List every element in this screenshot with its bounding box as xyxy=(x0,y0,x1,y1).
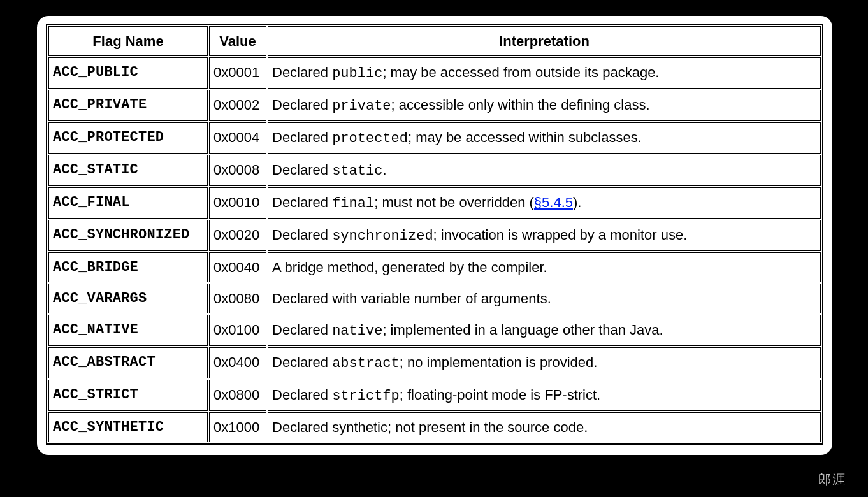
flag-name-cell: ACC_PUBLIC xyxy=(48,57,208,89)
table-row: ACC_BRIDGE0x0040A bridge method, generat… xyxy=(48,252,821,282)
interp-text: A bridge method, generated by the compil… xyxy=(272,259,547,275)
flag-interpretation-cell: Declared strictfp; floating-point mode i… xyxy=(268,380,821,411)
interp-text: Declared with variable number of argumen… xyxy=(272,291,551,306)
table-row: ACC_ABSTRACT0x0400Declared abstract; no … xyxy=(48,347,821,378)
col-header-interp: Interpretation xyxy=(268,26,821,56)
table-row: ACC_PROTECTED0x0004Declared protected; m… xyxy=(48,122,821,154)
flag-value-cell: 0x0100 xyxy=(209,315,266,346)
keyword-code: final xyxy=(332,196,374,212)
keyword-code: public xyxy=(332,66,382,82)
flag-value-cell: 0x0008 xyxy=(209,155,266,186)
flag-name-cell: ACC_NATIVE xyxy=(48,315,208,346)
flag-interpretation-cell: Declared public; may be accessed from ou… xyxy=(268,57,821,89)
table-row: ACC_STATIC0x0008Declared static. xyxy=(48,155,821,186)
flag-name-cell: ACC_PRIVATE xyxy=(48,90,208,121)
table-body: ACC_PUBLIC0x0001Declared public; may be … xyxy=(48,57,821,442)
table-row: ACC_STRICT0x0800Declared strictfp; float… xyxy=(48,380,821,411)
table-row: ACC_VARARGS0x0080Declared with variable … xyxy=(48,284,821,313)
flag-interpretation-cell: Declared synchronized; invocation is wra… xyxy=(268,220,821,251)
flag-name-cell: ACC_ABSTRACT xyxy=(48,347,208,378)
flag-name-cell: ACC_STATIC xyxy=(48,155,208,186)
interp-text: ; no implementation is provided. xyxy=(400,354,598,370)
table-row: ACC_FINAL0x0010Declared final; must not … xyxy=(48,187,821,219)
keyword-code: synchronized xyxy=(332,228,433,244)
col-header-flag: Flag Name xyxy=(48,26,208,56)
interp-text: ; implemented in a language other than J… xyxy=(382,322,663,338)
flag-value-cell: 0x0080 xyxy=(209,284,266,313)
watermark: 郎涯 xyxy=(818,471,846,488)
flag-interpretation-cell: Declared with variable number of argumen… xyxy=(268,284,821,313)
flag-name-cell: ACC_BRIDGE xyxy=(48,252,208,282)
keyword-code: static xyxy=(332,163,382,179)
flag-interpretation-cell: Declared native; implemented in a langua… xyxy=(268,315,821,346)
interp-text: Declared xyxy=(272,227,332,243)
flag-name-cell: ACC_PROTECTED xyxy=(48,122,208,154)
flag-value-cell: 0x0400 xyxy=(209,347,266,378)
flag-interpretation-cell: Declared synthetic; not present in the s… xyxy=(268,412,821,442)
interp-text: Declared xyxy=(272,64,332,80)
interp-text: Declared xyxy=(272,354,332,370)
flags-table-outer: Flag Name Value Interpretation ACC_PUBLI… xyxy=(46,24,823,445)
col-header-value: Value xyxy=(209,26,266,56)
flag-name-cell: ACC_FINAL xyxy=(48,187,208,219)
interp-text: ; floating-point mode is FP-strict. xyxy=(400,387,600,403)
flag-value-cell: 0x0002 xyxy=(209,90,266,121)
flag-interpretation-cell: Declared private; accessible only within… xyxy=(268,90,821,121)
interp-text: ). xyxy=(573,194,581,210)
flag-value-cell: 0x0040 xyxy=(209,252,266,282)
flag-interpretation-cell: Declared static. xyxy=(268,155,821,186)
interp-text: ; accessible only within the defining cl… xyxy=(391,97,650,113)
table-header-row: Flag Name Value Interpretation xyxy=(48,26,821,56)
flag-name-cell: ACC_STRICT xyxy=(48,380,208,411)
flag-value-cell: 0x0001 xyxy=(209,57,266,89)
interp-text: Declared xyxy=(272,194,332,210)
interp-text: Declared synthetic; not present in the s… xyxy=(272,419,588,435)
interp-text: Declared xyxy=(272,97,332,113)
flag-interpretation-cell: Declared final; must not be overridden (… xyxy=(268,187,821,219)
flag-interpretation-cell: Declared protected; may be accessed with… xyxy=(268,122,821,154)
flag-name-cell: ACC_SYNTHETIC xyxy=(48,412,208,442)
flag-value-cell: 0x0020 xyxy=(209,220,266,251)
spec-section-link[interactable]: §5.4.5 xyxy=(534,194,573,210)
flag-value-cell: 0x0004 xyxy=(209,122,266,154)
document-card: Flag Name Value Interpretation ACC_PUBLI… xyxy=(37,16,832,455)
table-row: ACC_SYNTHETIC0x1000Declared synthetic; n… xyxy=(48,412,821,442)
interp-text: Declared xyxy=(272,387,332,403)
interp-text: Declared xyxy=(272,162,332,178)
interp-text: ; must not be overridden ( xyxy=(374,194,534,210)
flag-interpretation-cell: A bridge method, generated by the compil… xyxy=(268,252,821,282)
flag-value-cell: 0x1000 xyxy=(209,412,266,442)
flag-value-cell: 0x0010 xyxy=(209,187,266,219)
keyword-code: native xyxy=(332,323,382,339)
keyword-code: strictfp xyxy=(332,388,400,404)
table-row: ACC_NATIVE0x0100Declared native; impleme… xyxy=(48,315,821,346)
flag-value-cell: 0x0800 xyxy=(209,380,266,411)
keyword-code: private xyxy=(332,98,391,114)
table-row: ACC_SYNCHRONIZED0x0020Declared synchroni… xyxy=(48,220,821,251)
interp-text: . xyxy=(382,162,386,178)
interp-text: ; invocation is wrapped by a monitor use… xyxy=(433,227,688,243)
interp-text: Declared xyxy=(272,322,332,338)
interp-text: ; may be accessed within subclasses. xyxy=(408,129,642,145)
flag-interpretation-cell: Declared abstract; no implementation is … xyxy=(268,347,821,378)
table-row: ACC_PRIVATE0x0002Declared private; acces… xyxy=(48,90,821,121)
flags-table: Flag Name Value Interpretation ACC_PUBLI… xyxy=(47,25,822,443)
table-row: ACC_PUBLIC0x0001Declared public; may be … xyxy=(48,57,821,89)
interp-text: ; may be accessed from outside its packa… xyxy=(382,64,659,80)
keyword-code: abstract xyxy=(332,356,400,371)
flag-name-cell: ACC_VARARGS xyxy=(48,284,208,313)
keyword-code: protected xyxy=(332,131,408,147)
flag-name-cell: ACC_SYNCHRONIZED xyxy=(48,220,208,251)
interp-text: Declared xyxy=(272,129,332,145)
